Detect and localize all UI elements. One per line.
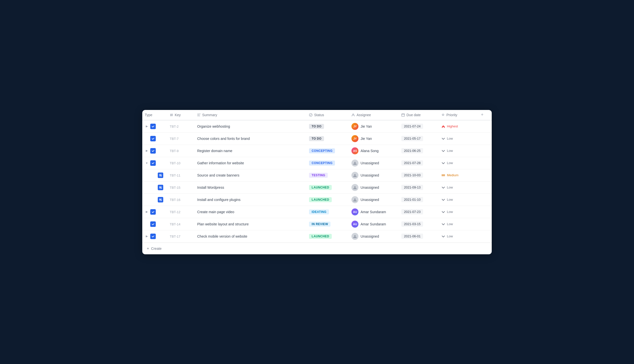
status-cell[interactable]: CONCEPTING	[307, 144, 349, 157]
assignee-cell[interactable]: AU Amar Sundaram	[349, 218, 399, 230]
key-cell[interactable]: TBT-9	[167, 144, 195, 157]
key-cell[interactable]: TBT-17	[167, 230, 195, 242]
assignee-name: Unassigned	[360, 198, 379, 202]
status-cell[interactable]: CONCEPTING	[307, 157, 349, 169]
expand-arrow[interactable]: ▶	[145, 149, 149, 153]
col-header-status[interactable]: Status	[307, 110, 349, 120]
key-value: TBT-10	[170, 161, 180, 165]
priority-cell-td[interactable]: Low	[439, 206, 479, 218]
assignee-cell[interactable]: Unassigned	[349, 157, 399, 169]
priority-cell-td[interactable]: Low	[439, 144, 479, 157]
assignee-name: Unassigned	[360, 186, 379, 190]
assignee-cell[interactable]: Unassigned	[349, 230, 399, 242]
expand-arrow[interactable]: ▶	[145, 124, 149, 128]
status-cell[interactable]: IN REVIEW	[307, 218, 349, 230]
priority-cell: Low	[441, 198, 476, 202]
summary-cell[interactable]: Install Wordpress	[195, 181, 307, 194]
summary-cell[interactable]: Organize webhosting	[195, 120, 307, 133]
duedate-header-label: Due date	[406, 113, 420, 117]
summary-cell[interactable]: Source and create banners	[195, 169, 307, 181]
status-cell[interactable]: LAUNCHED	[307, 194, 349, 206]
priority-header-label: Priority	[446, 113, 457, 117]
assignee-cell[interactable]: AU Amar Sundaram	[349, 206, 399, 218]
duedate-cell[interactable]: 2021-07-23	[399, 206, 439, 218]
duedate-cell[interactable]: 2021-03-15	[399, 218, 439, 230]
duedate-cell[interactable]: 2021-10-03	[399, 169, 439, 181]
priority-cell-td[interactable]: Low	[439, 194, 479, 206]
status-cell[interactable]: TO DO	[307, 120, 349, 133]
avatar	[351, 184, 358, 191]
assignee-cell[interactable]: Unassigned	[349, 169, 399, 181]
svg-point-3	[354, 162, 356, 163]
status-cell[interactable]: TESTING	[307, 169, 349, 181]
due-date-value: 2021-07-23	[401, 209, 423, 214]
key-cell[interactable]: TBT-14	[167, 218, 195, 230]
col-header-priority[interactable]: Priority	[439, 110, 479, 120]
assignee-name: Unassigned	[360, 234, 379, 238]
summary-cell[interactable]: Create main page video	[195, 206, 307, 218]
priority-label: Low	[447, 149, 453, 152]
assignee-name: Alana Song	[360, 149, 378, 153]
summary-cell[interactable]: Install and configure plugins	[195, 194, 307, 206]
priority-cell-td[interactable]: Low	[439, 218, 479, 230]
duedate-cell[interactable]: 2021-01-10	[399, 194, 439, 206]
summary-header-label: Summary	[202, 113, 217, 117]
col-header-key[interactable]: Key	[167, 110, 195, 120]
create-row[interactable]: + Create	[142, 242, 492, 254]
priority-cell: Low	[441, 222, 476, 226]
key-cell[interactable]: TBT-16	[167, 194, 195, 206]
assignee-cell[interactable]: JY Jie Yan	[349, 120, 399, 133]
assignee-cell[interactable]: Unassigned	[349, 181, 399, 194]
summary-cell[interactable]: Check mobile version of website	[195, 230, 307, 242]
assignee-cell[interactable]: AS Alana Song	[349, 144, 399, 157]
hash-icon	[170, 113, 173, 117]
priority-highest-icon	[441, 124, 445, 128]
key-cell[interactable]: TBT-7	[167, 132, 195, 144]
key-cell[interactable]: TBT-10	[167, 157, 195, 169]
priority-cell-td[interactable]: Low	[439, 181, 479, 194]
priority-cell-td[interactable]: Low	[439, 230, 479, 242]
summary-cell[interactable]: Plan website layout and structure	[195, 218, 307, 230]
key-cell[interactable]: TBT-2	[167, 120, 195, 133]
col-header-assignee[interactable]: Assignee	[349, 110, 399, 120]
priority-low-icon	[441, 222, 445, 226]
summary-value: Gather information for website	[197, 161, 244, 165]
duedate-cell[interactable]: 2021-07-28	[399, 157, 439, 169]
priority-cell-td[interactable]: Low	[439, 157, 479, 169]
summary-cell[interactable]: Choose colors and fonts for brand	[195, 132, 307, 144]
duedate-cell[interactable]: 2021-07-24	[399, 120, 439, 133]
duedate-cell[interactable]: 2021-06-25	[399, 144, 439, 157]
summary-cell[interactable]: Gather information for website	[195, 157, 307, 169]
status-cell[interactable]: TO DO	[307, 132, 349, 144]
priority-cell-td[interactable]: Low	[439, 132, 479, 144]
add-column-button[interactable]: +	[479, 110, 492, 120]
duedate-cell[interactable]: 2021-09-13	[399, 181, 439, 194]
priority-label: Low	[447, 136, 453, 140]
duedate-cell[interactable]: 2021-06-01	[399, 230, 439, 242]
due-date-value: 2021-10-03	[401, 172, 423, 178]
status-cell[interactable]: LAUNCHED	[307, 181, 349, 194]
priority-cell-td[interactable]: Highest	[439, 120, 479, 133]
summary-cell[interactable]: Register domain name	[195, 144, 307, 157]
key-cell[interactable]: TBT-11	[167, 169, 195, 181]
status-cell[interactable]: LAUNCHED	[307, 230, 349, 242]
key-value: TBT-14	[170, 222, 180, 226]
assignee-cell[interactable]: Unassigned	[349, 194, 399, 206]
duedate-cell[interactable]: 2021-05-17	[399, 132, 439, 144]
svg-point-10	[354, 235, 356, 236]
assignee-cell[interactable]: JY Jie Yan	[349, 132, 399, 144]
key-cell[interactable]: TBT-12	[167, 206, 195, 218]
key-cell[interactable]: TBT-15	[167, 181, 195, 194]
type-cell	[142, 132, 167, 144]
expand-arrow[interactable]: ▶	[145, 210, 149, 214]
type-cell: ▶	[142, 120, 167, 133]
expand-arrow[interactable]: ▼	[145, 161, 149, 165]
status-cell[interactable]: IDEATING	[307, 206, 349, 218]
priority-label: Low	[447, 210, 453, 214]
col-header-duedate[interactable]: Due date	[399, 110, 439, 120]
expand-arrow[interactable]: ▶	[145, 234, 149, 238]
priority-low-icon	[441, 136, 445, 140]
svg-point-7	[354, 186, 356, 188]
priority-cell-td[interactable]: Medium	[439, 169, 479, 181]
col-header-summary[interactable]: Summary	[195, 110, 307, 120]
